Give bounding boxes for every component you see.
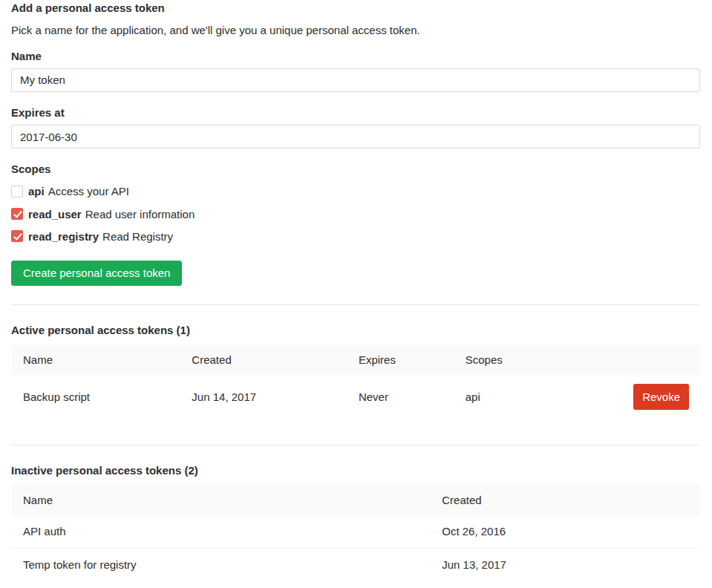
scope-row-api: api Access your API bbox=[11, 185, 700, 197]
expires-at-input[interactable] bbox=[11, 125, 700, 148]
expires-at-label: Expires at bbox=[11, 106, 700, 119]
token-expires-cell: Never bbox=[347, 376, 454, 418]
inactive-tokens-title: Inactive personal access tokens (2) bbox=[11, 464, 700, 477]
token-created-cell: Jun 13, 2017 bbox=[430, 548, 700, 581]
column-header-actions bbox=[572, 344, 700, 375]
column-header-name: Name bbox=[11, 344, 180, 375]
column-header-scopes: Scopes bbox=[454, 344, 572, 375]
scope-name: read_registry bbox=[28, 230, 99, 243]
personal-access-tokens-page: Add a personal access token Pick a name … bbox=[0, 0, 712, 581]
table-row: API auth Oct 26, 2016 bbox=[11, 515, 700, 548]
section-divider bbox=[11, 445, 700, 445]
column-header-created: Created bbox=[430, 485, 700, 515]
column-header-expires: Expires bbox=[347, 344, 454, 375]
scope-read-registry-checkbox[interactable] bbox=[11, 230, 23, 242]
token-scopes-cell: api bbox=[454, 376, 572, 418]
scope-name: api bbox=[28, 185, 45, 197]
revoke-button[interactable]: Revoke bbox=[633, 384, 689, 410]
table-row: Temp token for registry Jun 13, 2017 bbox=[11, 548, 700, 581]
token-created-cell: Oct 26, 2016 bbox=[430, 515, 700, 548]
token-action-cell: Revoke bbox=[572, 376, 700, 418]
active-tokens-title: Active personal access tokens (1) bbox=[11, 324, 700, 336]
form-description: Pick a name for the application, and we'… bbox=[11, 24, 700, 36]
name-label: Name bbox=[11, 50, 700, 62]
active-tokens-table: Name Created Expires Scopes Backup scrip… bbox=[11, 344, 700, 418]
scope-api-checkbox[interactable] bbox=[11, 186, 23, 197]
scope-row-read-user: read_user Read user information bbox=[11, 208, 700, 220]
section-divider bbox=[11, 304, 700, 305]
column-header-created: Created bbox=[180, 344, 347, 375]
form-title: Add a personal access token bbox=[11, 1, 700, 14]
token-name-cell: API auth bbox=[11, 515, 430, 548]
create-token-button[interactable]: Create personal access token bbox=[11, 261, 182, 286]
scope-read-user-checkbox[interactable] bbox=[11, 208, 23, 220]
inactive-tokens-table: Name Created API auth Oct 26, 2016 Temp … bbox=[11, 485, 700, 581]
scope-name: read_user bbox=[28, 208, 82, 220]
column-header-name: Name bbox=[11, 485, 430, 515]
token-created-cell: Jun 14, 2017 bbox=[180, 376, 347, 418]
table-row: Backup script Jun 14, 2017 Never api Rev… bbox=[11, 376, 700, 418]
token-name-cell: Backup script bbox=[11, 376, 180, 418]
active-tokens-header-row: Name Created Expires Scopes bbox=[11, 344, 700, 375]
scope-row-read-registry: read_registry Read Registry bbox=[11, 230, 700, 243]
token-name-cell: Temp token for registry bbox=[11, 548, 430, 581]
add-token-form: Add a personal access token Pick a name … bbox=[11, 1, 700, 304]
inactive-tokens-header-row: Name Created bbox=[11, 485, 700, 515]
scopes-label: Scopes bbox=[11, 163, 700, 175]
scope-description: Access your API bbox=[48, 185, 129, 197]
scope-description: Read Registry bbox=[102, 230, 173, 243]
token-name-input[interactable] bbox=[11, 68, 700, 92]
scope-description: Read user information bbox=[85, 208, 195, 220]
